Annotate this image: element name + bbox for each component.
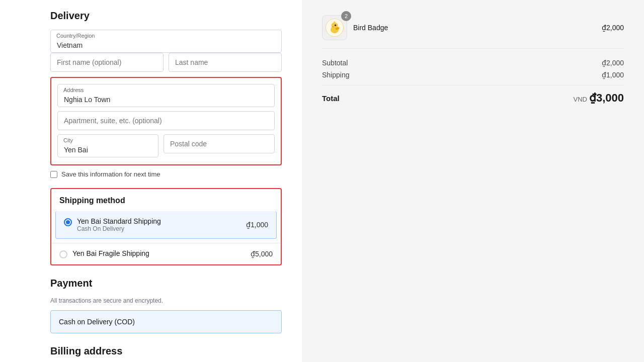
shipping-option-1-name: Yen Bai Fragile Shipping — [72, 249, 149, 257]
subtotal-label: Subtotal — [322, 59, 348, 67]
address-box: Address City — [50, 77, 282, 165]
subtotal-row: Subtotal ₫2,000 — [322, 59, 624, 67]
shipping-method-box: Shipping method Yen Bai Standard Shippin… — [50, 188, 282, 265]
apartment-input[interactable] — [57, 111, 275, 130]
shipping-option-0-info: Yen Bai Standard Shipping Cash On Delive… — [77, 217, 161, 232]
payment-method-button[interactable]: Cash on Delivery (COD) — [50, 310, 282, 333]
shipping-radio-0[interactable] — [64, 218, 72, 226]
shipping-option-0-sub: Cash On Delivery — [77, 225, 161, 232]
shipping-option-1[interactable]: Yen Bai Fragile Shipping ₫5,000 — [51, 243, 281, 264]
first-name-group — [50, 53, 164, 72]
product-quantity-badge: 2 — [341, 11, 351, 21]
first-name-input[interactable] — [50, 53, 164, 72]
billing-title: Billing address — [50, 345, 282, 357]
city-postal-row: City — [57, 134, 275, 158]
payment-subtitle: All transactions are secure and encrypte… — [50, 297, 282, 304]
subtotal-value: ₫2,000 — [602, 59, 624, 67]
shipping-cost-label: Shipping — [322, 71, 350, 79]
svg-point-4 — [336, 25, 336, 25]
product-name: Bird Badge — [353, 24, 596, 32]
shipping-option-1-price: ₫5,000 — [251, 250, 273, 258]
city-input[interactable] — [57, 134, 158, 157]
shipping-radio-1[interactable] — [59, 250, 67, 258]
shipping-option-0-name: Yen Bai Standard Shipping — [77, 217, 161, 225]
payment-title: Payment — [50, 278, 282, 289]
delivery-title: Delivery — [50, 10, 282, 22]
product-image-wrapper: 2 — [322, 15, 347, 40]
shipping-title: Shipping method — [51, 189, 281, 211]
svg-point-3 — [335, 25, 336, 26]
postal-input[interactable] — [164, 134, 275, 153]
save-info-checkbox[interactable] — [50, 171, 57, 178]
name-row — [50, 53, 282, 77]
save-info-row: Save this information for next time — [50, 170, 282, 178]
billing-section: Billing address Same as shipping address… — [50, 345, 282, 362]
shipping-cost-value: ₫1,000 — [602, 71, 624, 79]
product-row: 2 Bird Badge ₫2,000 — [322, 15, 624, 49]
total-row: Total VND₫3,000 — [322, 85, 624, 105]
apartment-field-row — [57, 111, 275, 130]
payment-section: Payment All transactions are secure and … — [50, 278, 282, 333]
left-panel: Delivery Country/Region Vietnam Address … — [0, 0, 302, 362]
total-currency: VND — [573, 96, 587, 103]
country-group: Country/Region Vietnam — [50, 30, 282, 53]
postal-group — [164, 134, 275, 153]
total-label: Total — [322, 94, 340, 103]
shipping-option-0[interactable]: Yen Bai Standard Shipping Cash On Delive… — [55, 211, 277, 239]
right-panel: 2 Bird Badge ₫2,000 Subtotal ₫2,000 Ship… — [302, 0, 644, 362]
total-amount: ₫3,000 — [589, 92, 624, 104]
city-group: City — [57, 134, 158, 158]
address-field-row: Address — [57, 84, 275, 107]
shipping-option-1-left: Yen Bai Fragile Shipping — [59, 249, 149, 258]
shipping-cost-row: Shipping ₫1,000 — [322, 71, 624, 79]
bird-badge-icon — [325, 18, 345, 38]
product-price: ₫2,000 — [602, 24, 624, 32]
shipping-option-1-info: Yen Bai Fragile Shipping — [72, 249, 149, 257]
shipping-option-0-left: Yen Bai Standard Shipping Cash On Delive… — [64, 217, 161, 232]
save-info-label[interactable]: Save this information for next time — [61, 170, 160, 178]
total-value: VND₫3,000 — [573, 92, 624, 105]
last-name-input[interactable] — [169, 53, 282, 72]
last-name-group — [169, 53, 282, 72]
shipping-option-0-price: ₫1,000 — [246, 221, 268, 229]
address-input[interactable] — [57, 84, 275, 107]
order-summary: 2 Bird Badge ₫2,000 Subtotal ₫2,000 Ship… — [322, 15, 624, 105]
country-select[interactable]: Vietnam — [50, 30, 282, 53]
